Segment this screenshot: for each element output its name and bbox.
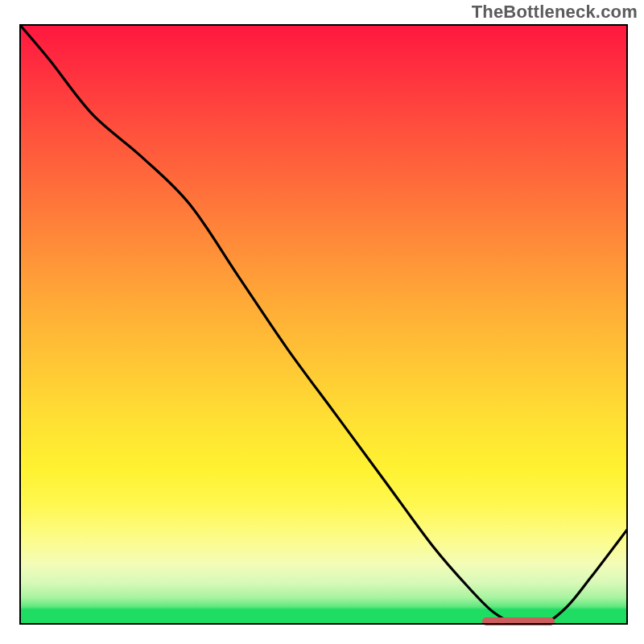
watermark-text: TheBottleneck.com xyxy=(472,2,638,23)
plot-area xyxy=(19,24,628,625)
chart-stage: TheBottleneck.com xyxy=(0,0,644,644)
optimal-marker xyxy=(482,617,555,625)
gradient-background xyxy=(19,24,628,625)
